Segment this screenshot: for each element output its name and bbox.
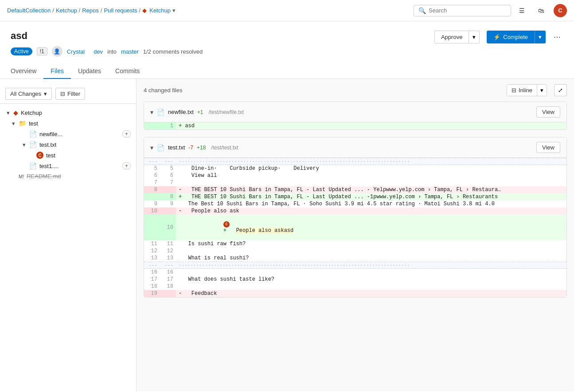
all-changes-button[interactable]: All Changes ▾ [5, 88, 52, 100]
breadcrumb-collection[interactable]: DefaultCollection [7, 7, 51, 14]
table-row: 16 16 [144, 269, 566, 276]
avatar[interactable]: C [554, 4, 567, 17]
table-row: 18 18 [144, 283, 566, 290]
complete-button[interactable]: ⚡ Complete [487, 31, 535, 43]
diff-block-newfile: ▾ 📄 newfile.txt +1 /test/newfile.txt Vie… [144, 102, 567, 130]
diff-block-testtxt: ▾ 📄 test.txt -7 +18 /test/test.txt View … [144, 137, 567, 298]
tree-root[interactable]: ▾ ◆ Ketchup [0, 107, 136, 118]
diff-header-newfile: ▾ 📄 newfile.txt +1 /test/newfile.txt Vie… [144, 102, 566, 122]
add-comment-button-2[interactable]: + [122, 162, 131, 169]
merge-icon: ⚡ [493, 34, 500, 40]
inline-icon: ⊟ [512, 87, 516, 94]
inline-dropdown-button[interactable]: ▾ [537, 85, 547, 96]
source-branch-link[interactable]: dev [94, 48, 103, 55]
add-comment-button[interactable]: + [122, 130, 131, 137]
diff-filename: newfile.txt [168, 109, 194, 115]
more-button[interactable]: ⋯ [551, 30, 563, 44]
table-row: 8 + THE BEST 10 Sushi Bars in Tampa, FL … [144, 193, 566, 200]
top-nav: DefaultCollection / Ketchup / Repos / Pu… [0, 0, 574, 21]
tree-file-testtxt[interactable]: ▾ 📄 test.txt [0, 139, 136, 150]
table-row: 19 - Feedback [144, 290, 566, 297]
tab-commits[interactable]: Commits [108, 64, 147, 79]
complete-dropdown-button[interactable]: ▾ [535, 31, 546, 43]
chevron-down-icon[interactable]: ▾ [150, 144, 153, 151]
diff-path: /test/test.txt [211, 145, 238, 151]
table-row: 7 7 [144, 179, 566, 186]
view-file-button-2[interactable]: View [536, 142, 560, 153]
meta-avatar: 👤 [52, 46, 62, 57]
chevron-down-icon: ▾ [44, 90, 47, 97]
changed-count: 4 changed files [144, 87, 321, 94]
breadcrumb-ketchup[interactable]: Ketchup [149, 7, 171, 14]
approve-dropdown-button[interactable]: ▾ [469, 31, 480, 43]
tab-updates[interactable]: Updates [71, 64, 108, 79]
content-filter-bar: 4 changed files ⊟ Inline ▾ ⤢ [144, 84, 567, 96]
table-row: --- --- ································… [144, 262, 566, 269]
nav-icons: ☰ 🛍 C [515, 4, 567, 18]
breadcrumb-pullrequests[interactable]: Pull requests [104, 7, 137, 14]
content-area: 4 changed files ⊟ Inline ▾ ⤢ ▾ 📄 newfile… [137, 79, 574, 391]
tabs: Overview Files Updates Commits [0, 57, 574, 79]
pr-meta: Active !1 👤 Crystal dev into master 1/2 … [11, 46, 563, 57]
table-row: --- --- ································… [144, 158, 566, 165]
diff-filename: test.txt [168, 144, 185, 151]
tree-file-readme[interactable]: M! README.md [0, 171, 136, 181]
table-row: 17 17 What does sushi taste like? [144, 276, 566, 283]
table-row: 8 - THE BEST 10 Sushi Bars in Tampa, FL … [144, 186, 566, 193]
target-branch-link[interactable]: master [121, 48, 139, 55]
table-row: 6 6 View all [144, 172, 566, 179]
breadcrumb-repo-icon: ◆ [142, 7, 147, 14]
tree-folder-test[interactable]: ▾ 📁 test [0, 118, 136, 129]
tab-overview[interactable]: Overview [11, 64, 43, 79]
comment-dot: C [36, 152, 43, 159]
tree-file-newfile[interactable]: 📄 newfile... + [0, 129, 136, 139]
table-row: 11 11 Is sushi raw fish? [144, 240, 566, 247]
expand-button[interactable]: ⤢ [554, 84, 567, 96]
file-icon: 📄 [157, 109, 164, 116]
pr-header: asd Approve ▾ ⚡ Complete ▾ ⋯ Active !1 👤… [0, 21, 574, 57]
main-layout: All Changes ▾ ⊟ Filter ▾ ◆ Ketchup ▾ 📁 t… [0, 79, 574, 391]
table-row: 12 12 [144, 247, 566, 255]
vote-badge: !1 [37, 47, 47, 55]
pr-title: asd [11, 30, 27, 42]
tree-file-test1[interactable]: 📄 test1.... + [0, 161, 136, 171]
table-row: 1 + asd [144, 122, 566, 129]
chevron-down-icon: ▾ [21, 141, 27, 148]
file-modified-icon: 📄 [29, 162, 37, 169]
filter-bar: All Changes ▾ ⊟ Filter [0, 84, 136, 104]
folder-icon: 📁 [19, 120, 26, 127]
tree-comment-test[interactable]: C test [0, 150, 136, 161]
author-link[interactable]: Crystal [67, 48, 85, 55]
comments-resolved: 1/2 comments resolved [143, 48, 203, 55]
inline-button[interactable]: ⊟ Inline [507, 85, 537, 96]
breadcrumb-repos[interactable]: Repos [82, 7, 99, 14]
filter-button[interactable]: ⊟ Filter [55, 88, 85, 100]
diff-added: +1 [197, 109, 203, 115]
file-icon: 📄 [29, 141, 37, 148]
pr-toolbar: Approve ▾ ⚡ Complete ▾ ⋯ [434, 30, 563, 44]
diff-added: +18 [197, 145, 206, 151]
file-icon: 📄 [29, 130, 37, 137]
approve-group: Approve ▾ [434, 31, 480, 43]
view-file-button[interactable]: View [536, 106, 560, 118]
inline-group: ⊟ Inline ▾ [507, 84, 547, 96]
repo-icon: ◆ [13, 109, 18, 116]
breadcrumb: DefaultCollection / Ketchup / Repos / Pu… [7, 7, 176, 14]
complete-group: ⚡ Complete ▾ [487, 31, 546, 43]
chevron-down-icon[interactable]: ▾ [150, 109, 153, 116]
list-icon[interactable]: ☰ [515, 4, 529, 18]
diff-removed: -7 [188, 145, 193, 151]
diff-table-newfile: 1 + asd [144, 122, 566, 129]
file-modified-icon: M! [19, 174, 24, 179]
search-box[interactable]: 🔍 [414, 5, 511, 16]
search-input[interactable] [429, 7, 506, 14]
table-row: 10 - People also ask [144, 208, 566, 215]
file-icon: 📄 [157, 144, 164, 151]
approve-button[interactable]: Approve [434, 31, 469, 43]
breadcrumb-project[interactable]: Ketchup [56, 7, 77, 14]
status-badge: Active [11, 47, 32, 55]
bag-icon[interactable]: 🛍 [534, 4, 548, 18]
tab-files[interactable]: Files [43, 64, 71, 79]
comment-dot-inline: C [223, 221, 230, 227]
table-row: 5 5 Dine-in· Curbside pickup· Delivery [144, 165, 566, 172]
